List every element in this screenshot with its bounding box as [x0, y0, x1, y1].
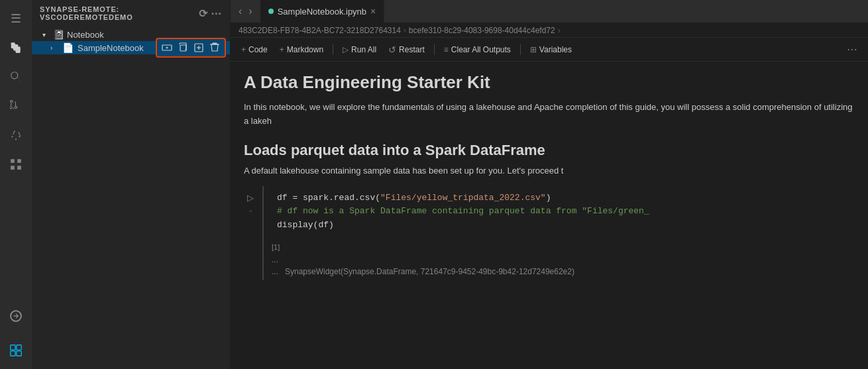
cell-collapse-icon: ⌄	[248, 206, 253, 213]
breadcrumb-part2: bcefe310-8c29-4083-9698-40d44c4efd72	[409, 26, 555, 35]
sidebar: SYNAPSE-REMOTE: VSCODEREMOTEDEMO ⟳ ⋯ ▾ 📓…	[32, 0, 231, 369]
add-markdown-btn[interactable]: + Markdown	[274, 43, 329, 56]
add-code-icon: +	[241, 45, 246, 54]
add-markdown-icon: +	[280, 45, 284, 54]
clear-outputs-label: Clear All Outputs	[451, 45, 511, 54]
notebook-toolbar: + Code + Markdown ▷ Run All ↺ Restart ≡ …	[231, 38, 868, 62]
notebook-content: A Data Engineering Starter Kit In this n…	[231, 62, 868, 369]
run-debug-icon[interactable]	[3, 122, 29, 148]
notebook-cell-icon[interactable]	[160, 40, 174, 55]
chevron-right-icon: ›	[50, 44, 58, 52]
cell-run-btn[interactable]: ▷	[244, 191, 257, 205]
notebook-group-icon: 📓	[53, 29, 64, 40]
sample-notebook-item[interactable]: › 📄 SampleNotebook	[32, 41, 230, 54]
source-control-icon[interactable]	[3, 93, 29, 119]
toolbar-separator-2	[434, 44, 435, 55]
cell-execution-count: [1]	[272, 243, 280, 251]
output-line-2: ... SynapseWidget(Synapse.DataFrame, 721…	[272, 266, 855, 278]
restart-label: Restart	[399, 45, 425, 54]
sidebar-more-btn[interactable]: ⋯	[211, 7, 222, 20]
sidebar-header: SYNAPSE-REMOTE: VSCODEREMOTEDEMO ⟳ ⋯	[32, 0, 230, 26]
code-line-3: display(df)	[277, 219, 849, 233]
synapse-icon[interactable]	[3, 337, 29, 364]
breadcrumb-sep2: ›	[558, 26, 561, 35]
svg-rect-8	[180, 45, 186, 51]
run-all-icon: ▷	[343, 45, 349, 54]
notebook-group-label: Notebook	[67, 30, 104, 40]
add-code-btn[interactable]: + Code	[236, 43, 273, 56]
tab-bar: ‹ › SampleNotebook.ipynb ×	[231, 0, 868, 23]
tab-close-btn[interactable]: ×	[370, 6, 376, 17]
notebook-add-icon[interactable]	[191, 40, 206, 55]
sidebar-refresh-btn[interactable]: ⟳	[199, 7, 208, 20]
notebook-file-icon: 📄	[62, 42, 74, 53]
nav-forward-btn[interactable]: ›	[246, 4, 254, 19]
activity-bar: ☰	[0, 0, 32, 369]
notebook-description: In this notebook, we will explore the fu…	[244, 101, 855, 129]
notebook-item-label: SampleNotebook	[78, 43, 144, 53]
variables-label: Variables	[539, 45, 572, 54]
nav-buttons: ‹ ›	[231, 4, 260, 19]
chevron-down-icon: ▾	[42, 31, 50, 38]
restart-btn[interactable]: ↺ Restart	[383, 42, 430, 57]
toolbar-more-btn[interactable]: ⋯	[847, 43, 857, 56]
notebook-delete-icon[interactable]	[207, 40, 222, 55]
tab-label: SampleNotebook.ipynb	[278, 7, 366, 17]
clear-outputs-icon: ≡	[444, 45, 449, 54]
extensions-icon[interactable]	[3, 151, 29, 178]
breadcrumb-sep1: ›	[404, 26, 406, 35]
sidebar-section: ▾ 📓 Notebook › 📄 SampleNotebook	[32, 26, 230, 56]
svg-rect-4	[17, 351, 21, 356]
editor-area: ‹ › SampleNotebook.ipynb × 483C2DE8-FB78…	[231, 0, 868, 369]
notebook-tab[interactable]: SampleNotebook.ipynb ×	[260, 0, 385, 23]
output-line-1: ...	[272, 254, 855, 266]
notebook-copy-icon[interactable]	[176, 40, 190, 55]
variables-btn[interactable]: ⊞ Variables	[525, 43, 577, 56]
variables-icon: ⊞	[530, 45, 537, 54]
breadcrumb-part1: 483C2DE8-FB78-4B2A-BC72-3218D2764314	[239, 26, 401, 35]
sidebar-title: SYNAPSE-REMOTE: VSCODEREMOTEDEMO	[40, 5, 199, 21]
notebook-item-toolbar	[156, 38, 226, 58]
code-line-1: df = spark.read.csv("Files/yellow_tripda…	[277, 191, 849, 205]
notebook-subtitle: Loads parquet data into a Spark DataFram…	[244, 142, 855, 159]
tab-dot	[268, 9, 274, 14]
nav-back-btn[interactable]: ‹	[236, 4, 244, 19]
svg-rect-1	[11, 345, 15, 350]
remote-icon[interactable]	[3, 303, 29, 329]
run-all-btn[interactable]: ▷ Run All	[337, 43, 382, 56]
explorer-icon[interactable]	[3, 34, 29, 61]
code-line-2: # df now is a Spark DataFrame containing…	[277, 205, 849, 219]
notebook-title: A Data Engineering Starter Kit	[244, 72, 855, 93]
add-markdown-label: Markdown	[287, 45, 323, 54]
cell-output: ... ... SynapseWidget(Synapse.DataFrame,…	[272, 251, 855, 280]
cell-content: df = spark.read.csv("Files/yellow_tripda…	[262, 186, 855, 280]
run-all-label: Run All	[351, 45, 376, 54]
notebook-subdesc: A default lakehouse containing sample da…	[244, 166, 855, 176]
code-block: df = spark.read.csv("Files/yellow_tripda…	[272, 186, 855, 238]
svg-rect-3	[11, 351, 15, 356]
add-code-label: Code	[248, 45, 268, 54]
clear-outputs-btn[interactable]: ≡ Clear All Outputs	[439, 43, 516, 56]
breadcrumb-bar: 483C2DE8-FB78-4B2A-BC72-3218D2764314 › b…	[231, 23, 868, 38]
restart-icon: ↺	[388, 44, 396, 55]
toolbar-separator-1	[333, 44, 333, 55]
toolbar-separator-3	[520, 44, 521, 55]
svg-rect-2	[17, 345, 21, 350]
menu-icon[interactable]: ☰	[3, 5, 29, 32]
code-cell: ▷ ⌄ df = spark.read.csv("Files/yellow_tr…	[244, 186, 855, 280]
search-icon[interactable]	[3, 64, 29, 90]
